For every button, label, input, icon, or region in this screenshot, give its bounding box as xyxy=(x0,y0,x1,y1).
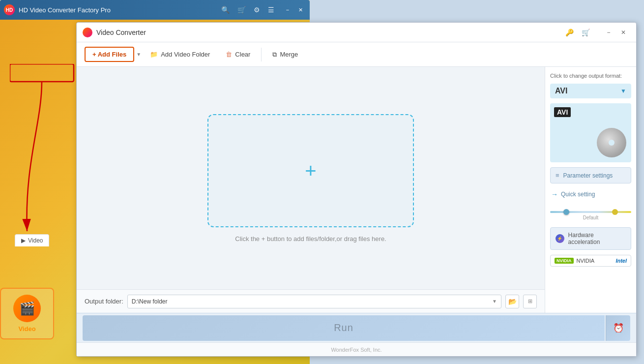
gpu-selector[interactable]: NVIDIA NVIDIA Intel xyxy=(550,255,631,267)
bottom-bar: WonderFox Soft, Inc. xyxy=(77,342,636,356)
inner-window-controls: − ✕ xyxy=(602,27,630,38)
disc-icon xyxy=(597,128,626,157)
video-tab[interactable]: ▶ Video xyxy=(15,234,49,246)
video-tab-label: Video xyxy=(28,237,43,244)
drop-zone-container: + Click the + button to add files/folder… xyxy=(77,67,545,289)
output-folder-label: Output folder: xyxy=(85,298,123,305)
quality-slider-container: Default xyxy=(550,205,631,222)
folder-icon: 📁 xyxy=(150,51,158,58)
clear-button[interactable]: 🗑 Clear xyxy=(219,48,257,61)
add-files-button[interactable]: + Add Files xyxy=(85,47,134,62)
inner-window: Video Converter 🔑 🛒 − ✕ + Add Files ▼ 📁 … xyxy=(76,22,637,357)
outer-cart-icon[interactable]: 🛒 xyxy=(237,6,246,14)
format-label: Click to change output format: xyxy=(550,73,631,79)
hw-accel-icon: ⚡ xyxy=(556,234,564,243)
left-panel: + Click the + button to add files/folder… xyxy=(77,67,545,313)
inner-title-actions: 🔑 🛒 xyxy=(565,29,590,36)
add-dropdown-arrow[interactable]: ▼ xyxy=(136,52,141,57)
toolbar-divider xyxy=(261,48,262,61)
trash-icon: 🗑 xyxy=(226,51,232,58)
drop-zone-hint: Click the + button to add files/folder,o… xyxy=(235,235,386,243)
inner-close-button[interactable]: ✕ xyxy=(616,27,630,38)
slider-default-label: Default xyxy=(550,215,631,220)
output-extra-button[interactable]: ⊞ xyxy=(523,295,537,308)
outer-titlebar: HD HD Video Converter Factory Pro 🔍 🛒 ⚙ … xyxy=(0,0,310,20)
content-area: + Click the + button to add files/folder… xyxy=(77,67,636,313)
avi-badge: AVI xyxy=(554,107,571,117)
add-video-folder-label: Add Video Folder xyxy=(161,51,210,58)
param-settings-icon: ≡ xyxy=(556,172,559,179)
alarm-icon: ⏰ xyxy=(613,323,624,334)
sidebar-converter-button[interactable]: 🎬 Video xyxy=(0,288,54,339)
key-icon[interactable]: 🔑 xyxy=(565,29,574,36)
browse-folder-button[interactable]: 📂 xyxy=(505,295,519,308)
run-button[interactable]: Run xyxy=(83,315,605,341)
merge-icon: ⧉ xyxy=(272,51,277,59)
outer-app-logo: HD xyxy=(4,4,15,15)
outer-settings-icon[interactable]: ⚙ xyxy=(254,6,260,14)
format-selector[interactable]: AVI ▼ xyxy=(550,84,631,98)
folder-browse-icon: 📂 xyxy=(508,298,517,305)
slider-thumb-right[interactable] xyxy=(612,209,618,215)
quick-setting-label: Quick setting xyxy=(561,191,595,198)
outer-app-title: HD Video Converter Factory Pro xyxy=(19,6,217,14)
outer-search-icon[interactable]: 🔍 xyxy=(221,6,230,14)
disc-hole xyxy=(609,140,615,146)
output-bar: Output folder: D:\New folder ▼ 📂 ⊞ xyxy=(77,289,545,313)
alarm-button[interactable]: ⏰ xyxy=(606,315,630,341)
outer-minimize-button[interactable]: − xyxy=(282,4,293,15)
inner-cart-icon[interactable]: 🛒 xyxy=(582,29,590,36)
run-area: Run ⏰ xyxy=(83,315,630,341)
output-path-selector[interactable]: D:\New folder ▼ xyxy=(127,295,501,308)
run-label: Run xyxy=(334,322,353,334)
outer-menu-icon[interactable]: ☰ xyxy=(268,6,274,14)
quick-setting-icon: → xyxy=(551,190,558,198)
right-panel: Click to change output format: AVI ▼ AVI… xyxy=(545,67,636,313)
merge-button[interactable]: ⧉ Merge xyxy=(265,48,305,61)
drop-zone-plus-icon: + xyxy=(305,161,316,181)
inner-minimize-button[interactable]: − xyxy=(602,27,615,38)
hw-accel-label: Hardware acceleration xyxy=(568,232,626,245)
slider-thumb-left[interactable] xyxy=(563,209,569,215)
converter-icon: 🎬 xyxy=(13,295,41,322)
outer-toolbar: 🔍 🛒 ⚙ ☰ xyxy=(221,6,274,14)
quick-setting-button[interactable]: → Quick setting xyxy=(550,188,631,200)
drop-zone[interactable]: + xyxy=(207,114,414,227)
format-thumbnail: AVI 🎞 xyxy=(550,103,631,162)
video-tab-icon: ▶ xyxy=(21,237,26,244)
format-name: AVI xyxy=(555,87,616,95)
output-path-text: D:\New folder xyxy=(132,298,492,305)
output-path-dropdown-icon: ▼ xyxy=(492,299,497,304)
outer-window-controls: − ✕ xyxy=(282,4,306,15)
param-settings-label: Parameter settings xyxy=(563,172,613,179)
outer-close-button[interactable]: ✕ xyxy=(295,4,306,15)
parameter-settings-button[interactable]: ≡ Parameter settings xyxy=(550,167,631,183)
add-video-folder-button[interactable]: 📁 Add Video Folder xyxy=(143,48,217,61)
inner-window-title: Video Converter xyxy=(96,29,561,36)
hardware-acceleration-button[interactable]: ⚡ Hardware acceleration xyxy=(550,227,631,250)
clear-label: Clear xyxy=(235,51,250,58)
converter-label: Video xyxy=(18,325,35,333)
nvidia-label: NVIDIA xyxy=(577,258,595,264)
format-dropdown-icon: ▼ xyxy=(620,88,626,94)
inner-titlebar: Video Converter 🔑 🛒 − ✕ xyxy=(77,23,636,42)
company-text: WonderFox Soft, Inc. xyxy=(331,347,381,353)
quality-slider-track[interactable] xyxy=(550,211,631,213)
bottom-action-bar: Run ⏰ xyxy=(77,313,636,342)
merge-label: Merge xyxy=(280,51,298,58)
nvidia-logo: NVIDIA xyxy=(555,258,574,264)
inner-app-logo xyxy=(83,28,92,37)
toolbar: + Add Files ▼ 📁 Add Video Folder 🗑 Clear… xyxy=(77,42,636,67)
output-extra-icon: ⊞ xyxy=(528,298,532,304)
add-files-label: + Add Files xyxy=(92,51,126,58)
intel-label: Intel xyxy=(615,258,627,264)
